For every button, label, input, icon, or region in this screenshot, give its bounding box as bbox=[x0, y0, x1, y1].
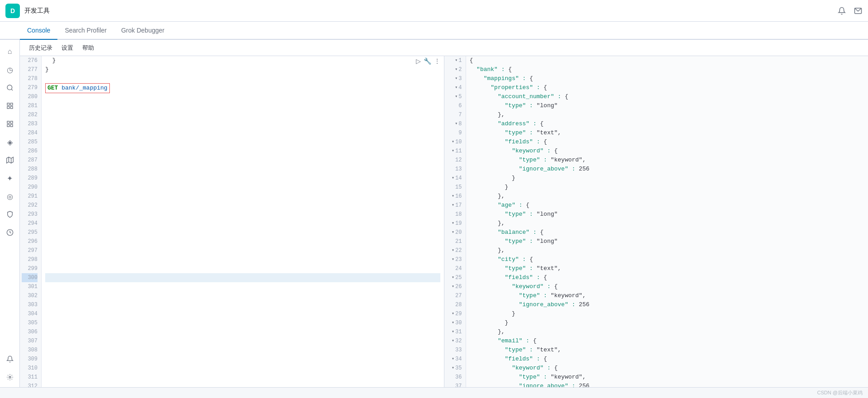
sidebar-icon-management[interactable] bbox=[2, 369, 18, 385]
sidebar-icon-discover[interactable] bbox=[2, 80, 18, 96]
line-number: ▾35 bbox=[446, 364, 462, 373]
json-line: } bbox=[470, 318, 865, 327]
collapse-arrow[interactable]: ▾ bbox=[455, 119, 458, 128]
line-number: 284 bbox=[22, 128, 38, 137]
sidebar-icon-clock[interactable]: ◷ bbox=[2, 62, 18, 78]
collapse-arrow[interactable]: ▾ bbox=[455, 56, 458, 65]
svg-rect-6 bbox=[7, 106, 9, 109]
collapse-arrow[interactable]: ▾ bbox=[452, 174, 454, 183]
collapse-arrow[interactable]: ▾ bbox=[452, 282, 454, 291]
code-line bbox=[45, 201, 440, 210]
line-number: 312 bbox=[22, 382, 38, 387]
code-line bbox=[45, 119, 440, 128]
collapse-arrow[interactable]: ▾ bbox=[452, 137, 454, 147]
run-icon[interactable]: ▷ bbox=[416, 57, 421, 65]
sidebar-icon-alerts[interactable] bbox=[2, 351, 18, 367]
history-button[interactable]: 历史记录 bbox=[25, 42, 56, 54]
code-line bbox=[45, 228, 440, 237]
json-line: "account_number" : { bbox=[470, 92, 865, 101]
line-numbers-right: ▾1▾2▾3▾4▾567▾89▾10▾111213▾1415▾16▾1718▾1… bbox=[444, 56, 466, 387]
mail-icon[interactable] bbox=[854, 6, 863, 15]
sidebar-icon-fleet[interactable] bbox=[2, 224, 18, 241]
collapse-arrow[interactable]: ▾ bbox=[452, 318, 454, 327]
json-line: "type" : "long" bbox=[470, 101, 865, 110]
collapse-arrow[interactable]: ▾ bbox=[452, 355, 454, 364]
sidebar-icon-observability[interactable]: ◎ bbox=[2, 188, 18, 204]
line-number: 300 bbox=[22, 273, 38, 282]
settings-button[interactable]: 设置 bbox=[58, 42, 77, 54]
line-number: 288 bbox=[22, 165, 38, 174]
tab-grok-debugger[interactable]: Grok Debugger bbox=[114, 22, 172, 40]
sidebar-icon-visualize[interactable] bbox=[2, 98, 18, 114]
tab-console[interactable]: Console bbox=[20, 22, 57, 40]
line-number: 33 bbox=[446, 346, 462, 355]
collapse-arrow[interactable]: ▾ bbox=[452, 219, 454, 228]
collapse-arrow[interactable]: ▾ bbox=[452, 246, 454, 255]
json-line: "keyword" : { bbox=[470, 282, 865, 291]
notifications-icon[interactable] bbox=[837, 6, 846, 15]
line-number: ▾29 bbox=[446, 309, 462, 318]
code-line bbox=[45, 309, 440, 318]
left-editor-pane[interactable]: 2762772782792802812822832842852862872882… bbox=[20, 56, 444, 387]
line-number: ▾3 bbox=[446, 74, 462, 83]
collapse-arrow[interactable]: ▾ bbox=[452, 192, 454, 201]
sidebar-icon-maps[interactable] bbox=[2, 152, 18, 168]
line-number: 289 bbox=[22, 174, 38, 183]
left-editor-content[interactable]: }}GET bank/_mapping bbox=[42, 56, 444, 387]
line-number: ▾10 bbox=[446, 137, 462, 147]
json-line: "type" : "text", bbox=[470, 128, 865, 137]
line-number: 24 bbox=[446, 264, 462, 273]
collapse-arrow[interactable]: ▾ bbox=[452, 327, 454, 336]
top-right-icons bbox=[837, 6, 863, 15]
line-number: ▾4 bbox=[446, 83, 462, 92]
collapse-arrow[interactable]: ▾ bbox=[455, 83, 458, 92]
sidebar-icon-security[interactable] bbox=[2, 206, 18, 223]
line-number: ▾11 bbox=[446, 147, 462, 156]
right-editor-pane[interactable]: ▾1▾2▾3▾4▾567▾89▾10▾111213▾1415▾16▾1718▾1… bbox=[444, 56, 868, 387]
line-number: 293 bbox=[22, 210, 38, 219]
json-line: "keyword" : { bbox=[470, 147, 865, 156]
line-number: ▾17 bbox=[446, 201, 462, 210]
more-icon[interactable]: ⋮ bbox=[434, 57, 440, 65]
line-number: ▾16 bbox=[446, 192, 462, 201]
sidebar-icon-ml[interactable]: ✦ bbox=[2, 170, 18, 186]
tab-bar: Console Search Profiler Grok Debugger bbox=[0, 22, 868, 40]
line-number: 9 bbox=[446, 128, 462, 137]
sidebar-icon-canvas[interactable]: ◈ bbox=[2, 134, 18, 150]
line-number: 6 bbox=[446, 101, 462, 110]
code-line bbox=[45, 318, 440, 327]
line-number: ▾22 bbox=[446, 246, 462, 255]
collapse-arrow[interactable]: ▾ bbox=[452, 309, 454, 318]
tab-search-profiler[interactable]: Search Profiler bbox=[57, 22, 114, 40]
collapse-arrow[interactable]: ▾ bbox=[455, 92, 458, 101]
json-line: "type" : "long" bbox=[470, 210, 865, 219]
help-button[interactable]: 帮助 bbox=[79, 42, 98, 54]
code-line: GET bank/_mapping bbox=[45, 83, 440, 92]
wrench-icon[interactable]: 🔧 bbox=[424, 57, 431, 65]
line-number: ▾23 bbox=[446, 255, 462, 264]
line-number: 299 bbox=[22, 264, 38, 273]
line-number: 281 bbox=[22, 101, 38, 110]
code-line bbox=[45, 246, 440, 255]
collapse-arrow[interactable]: ▾ bbox=[452, 364, 454, 373]
collapse-arrow[interactable]: ▾ bbox=[452, 228, 454, 237]
collapse-arrow[interactable]: ▾ bbox=[455, 65, 458, 74]
json-line: }, bbox=[470, 192, 865, 201]
sidebar-icon-dashboard[interactable] bbox=[2, 116, 18, 132]
svg-rect-3 bbox=[7, 103, 9, 105]
collapse-arrow[interactable]: ▾ bbox=[452, 201, 454, 210]
json-line: } bbox=[470, 309, 865, 318]
json-line: "type" : "keyword", bbox=[470, 291, 865, 300]
code-line bbox=[45, 210, 440, 219]
collapse-arrow[interactable]: ▾ bbox=[452, 255, 454, 264]
collapse-arrow[interactable]: ▾ bbox=[452, 336, 454, 346]
json-line: "ignore_above" : 256 bbox=[470, 382, 865, 387]
right-editor-content[interactable]: { "bank" : { "mappings" : { "properties"… bbox=[466, 56, 868, 387]
json-line: "mappings" : { bbox=[470, 74, 865, 83]
collapse-arrow[interactable]: ▾ bbox=[455, 74, 458, 83]
collapse-arrow[interactable]: ▾ bbox=[452, 273, 454, 282]
sidebar-icon-home[interactable]: ⌂ bbox=[2, 43, 18, 60]
json-line: "type" : "text", bbox=[470, 264, 865, 273]
collapse-arrow[interactable]: ▾ bbox=[452, 147, 454, 156]
json-line: }, bbox=[470, 219, 865, 228]
